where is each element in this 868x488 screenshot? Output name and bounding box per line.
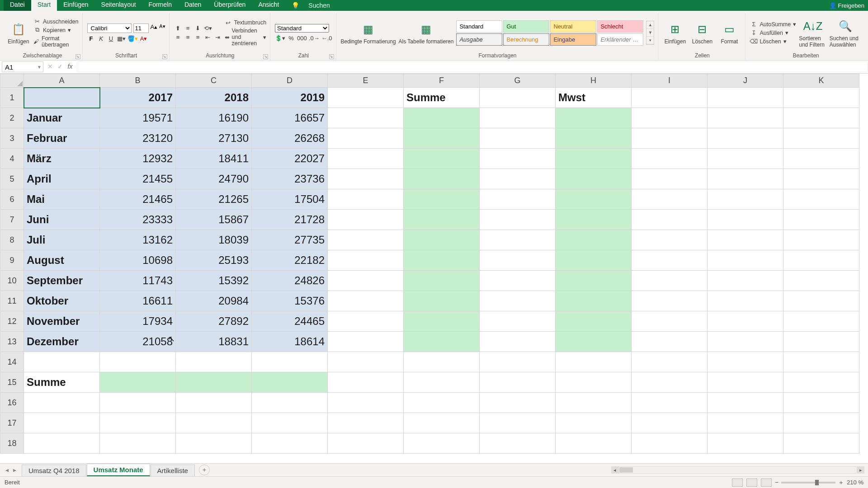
cell-J16[interactable] bbox=[708, 393, 783, 413]
tell-me-search[interactable]: 💡 Suchen bbox=[285, 0, 342, 11]
cell-H8[interactable] bbox=[556, 230, 632, 250]
cell-J9[interactable] bbox=[708, 250, 783, 271]
cell-K8[interactable] bbox=[783, 230, 859, 250]
cell-J13[interactable] bbox=[708, 332, 783, 352]
cell-D18[interactable] bbox=[252, 433, 328, 454]
cell-G8[interactable] bbox=[480, 230, 556, 250]
row-header-6[interactable]: 6 bbox=[0, 189, 24, 210]
cell-I4[interactable] bbox=[632, 149, 708, 169]
cell-D1[interactable]: 2019 bbox=[252, 88, 328, 108]
cell-C4[interactable]: 18411 bbox=[176, 149, 252, 169]
cell-K15[interactable] bbox=[783, 372, 859, 393]
cell-B12[interactable]: 17934 bbox=[100, 311, 176, 332]
tab-seitenlayout[interactable]: Seitenlayout bbox=[95, 0, 142, 11]
cell-F12[interactable] bbox=[404, 311, 480, 332]
file-menu[interactable]: Datei bbox=[4, 0, 31, 11]
cell-C15[interactable] bbox=[176, 372, 252, 393]
cell-F11[interactable] bbox=[404, 291, 480, 311]
col-header-C[interactable]: C bbox=[176, 74, 252, 88]
cell-H16[interactable] bbox=[556, 393, 632, 413]
cell-F4[interactable] bbox=[404, 149, 480, 169]
cell-C16[interactable] bbox=[176, 393, 252, 413]
cell-H18[interactable] bbox=[556, 433, 632, 454]
orientation-button[interactable]: ⟲▾ bbox=[204, 25, 212, 32]
cell-F13[interactable] bbox=[404, 332, 480, 352]
font-size-input[interactable] bbox=[133, 23, 149, 33]
cell-J4[interactable] bbox=[708, 149, 783, 169]
cell-E18[interactable] bbox=[328, 433, 404, 454]
cell-C2[interactable]: 16190 bbox=[176, 108, 252, 128]
cell-I18[interactable] bbox=[632, 433, 708, 454]
style-neutral[interactable]: Neutral bbox=[550, 20, 596, 33]
cell-C18[interactable] bbox=[176, 433, 252, 454]
cell-F18[interactable] bbox=[404, 433, 480, 454]
cell-H6[interactable] bbox=[556, 189, 632, 210]
cell-E14[interactable] bbox=[328, 352, 404, 372]
horizontal-scrollbar[interactable]: ◂▸ bbox=[611, 466, 864, 474]
cell-D12[interactable]: 24465 bbox=[252, 311, 328, 332]
cell-H12[interactable] bbox=[556, 311, 632, 332]
add-sheet-button[interactable]: ＋ bbox=[199, 465, 210, 475]
cell-H9[interactable] bbox=[556, 250, 632, 271]
cell-G7[interactable] bbox=[480, 210, 556, 230]
cell-G16[interactable] bbox=[480, 393, 556, 413]
cell-G14[interactable] bbox=[480, 352, 556, 372]
increase-font-button[interactable]: A▴ bbox=[151, 23, 158, 33]
cell-C6[interactable]: 21265 bbox=[176, 189, 252, 210]
row-header-13[interactable]: 13 bbox=[0, 332, 24, 352]
row-header-16[interactable]: 16 bbox=[0, 393, 24, 413]
cell-B9[interactable]: 10698 bbox=[100, 250, 176, 271]
cell-F16[interactable] bbox=[404, 393, 480, 413]
tab-einfuegen[interactable]: Einfügen bbox=[57, 0, 94, 11]
cell-F17[interactable] bbox=[404, 413, 480, 433]
cell-D11[interactable]: 15376 bbox=[252, 291, 328, 311]
cell-I6[interactable] bbox=[632, 189, 708, 210]
cell-B5[interactable]: 21455 bbox=[100, 169, 176, 189]
cell-B2[interactable]: 19571 bbox=[100, 108, 176, 128]
cell-J1[interactable] bbox=[708, 88, 783, 108]
align-left-button[interactable]: ≡ bbox=[174, 34, 182, 41]
increase-decimal-button[interactable]: .0→ bbox=[309, 35, 320, 42]
row-header-5[interactable]: 5 bbox=[0, 169, 24, 189]
cell-J11[interactable] bbox=[708, 291, 783, 311]
fill-button[interactable]: ↧Ausfüllen ▾ bbox=[750, 29, 796, 37]
col-header-D[interactable]: D bbox=[252, 74, 328, 88]
style-ausgabe[interactable]: Ausgabe bbox=[456, 33, 502, 46]
cell-I14[interactable] bbox=[632, 352, 708, 372]
cell-K18[interactable] bbox=[783, 433, 859, 454]
spreadsheet-grid[interactable]: ABCDEFGHIJK1201720182019SummeMwst2Januar… bbox=[0, 74, 868, 463]
share-button[interactable]: 👤 Freigeben bbox=[829, 2, 864, 9]
cell-C13[interactable]: 18831 bbox=[176, 332, 252, 352]
cell-H10[interactable] bbox=[556, 271, 632, 291]
cell-H3[interactable] bbox=[556, 128, 632, 149]
cell-G12[interactable] bbox=[480, 311, 556, 332]
cell-E6[interactable] bbox=[328, 189, 404, 210]
cell-J10[interactable] bbox=[708, 271, 783, 291]
font-name-select[interactable]: Calibri bbox=[87, 23, 132, 33]
cell-E15[interactable] bbox=[328, 372, 404, 393]
cell-E4[interactable] bbox=[328, 149, 404, 169]
cell-K11[interactable] bbox=[783, 291, 859, 311]
col-header-E[interactable]: E bbox=[328, 74, 404, 88]
cell-I15[interactable] bbox=[632, 372, 708, 393]
col-header-J[interactable]: J bbox=[708, 74, 783, 88]
col-header-A[interactable]: A bbox=[24, 74, 100, 88]
sheet-tab-1[interactable]: Umsatz Monate bbox=[87, 464, 150, 476]
delete-cells-button[interactable]: ⊟Löschen bbox=[690, 21, 714, 45]
zoom-level[interactable]: 210 % bbox=[847, 479, 863, 486]
cell-K17[interactable] bbox=[783, 413, 859, 433]
row-header-15[interactable]: 15 bbox=[0, 372, 24, 393]
cell-E7[interactable] bbox=[328, 210, 404, 230]
cell-A2[interactable]: Januar bbox=[24, 108, 100, 128]
increase-indent-button[interactable]: ⇥ bbox=[214, 34, 222, 41]
cell-F7[interactable] bbox=[404, 210, 480, 230]
border-button[interactable]: ▦▾ bbox=[117, 35, 126, 42]
cell-H4[interactable] bbox=[556, 149, 632, 169]
cell-A9[interactable]: August bbox=[24, 250, 100, 271]
align-middle-button[interactable]: ≡ bbox=[184, 25, 192, 32]
insert-function-icon[interactable]: fx bbox=[66, 63, 74, 71]
tab-nav-next[interactable]: ▸ bbox=[11, 466, 18, 474]
cell-I10[interactable] bbox=[632, 271, 708, 291]
tab-formeln[interactable]: Formeln bbox=[142, 0, 178, 11]
row-header-11[interactable]: 11 bbox=[0, 291, 24, 311]
